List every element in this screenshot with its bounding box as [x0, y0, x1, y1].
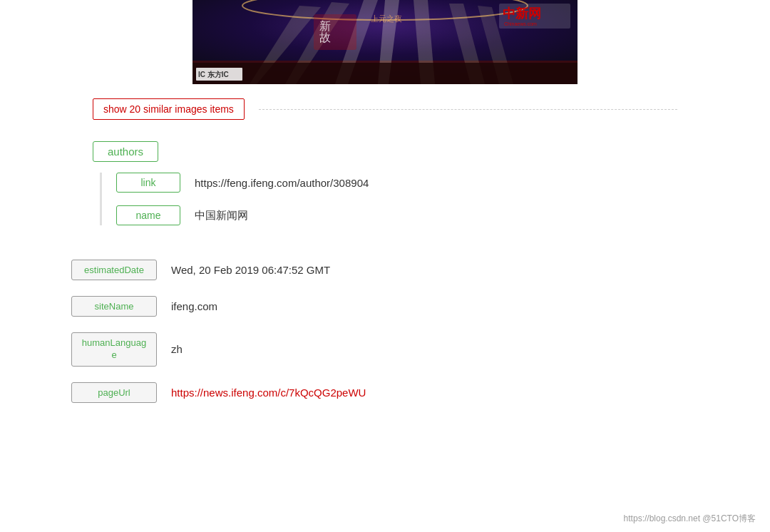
news-image: 新 故 上元之夜 中新网 Chinaews.com IC 东方IC — [192, 0, 578, 84]
footer-text: https://blog.csdn.net @51CTO博客 — [624, 513, 756, 523]
human-language-value: zh — [171, 343, 183, 355]
author-block: link https://feng.ifeng.com/author/30890… — [100, 173, 677, 225]
human-language-row: humanLanguag e zh — [71, 332, 699, 367]
site-name-row: siteName ifeng.com — [71, 296, 699, 317]
svg-text:中新网: 中新网 — [503, 6, 541, 21]
page-url-value[interactable]: https://news.ifeng.com/c/7kQcQG2peWU — [171, 387, 366, 399]
estimated-date-value: Wed, 20 Feb 2019 06:47:52 GMT — [171, 264, 330, 276]
name-label: name — [116, 205, 180, 225]
link-label: link — [116, 173, 180, 193]
page-url-row: pageUrl https://news.ifeng.com/c/7kQcQG2… — [71, 382, 699, 403]
name-value: 中国新闻网 — [195, 209, 248, 222]
svg-text:Chinaews.com: Chinaews.com — [504, 21, 537, 26]
similar-button-row: show 20 similar images items — [0, 84, 770, 134]
separator-line — [259, 109, 677, 110]
svg-rect-10 — [192, 63, 578, 84]
footer: https://blog.csdn.net @51CTO博客 — [624, 513, 756, 525]
site-name-label: siteName — [71, 296, 157, 317]
authors-header: authors — [93, 141, 158, 162]
link-value: https://feng.ifeng.com/author/308904 — [195, 177, 369, 189]
human-language-label: humanLanguag e — [71, 332, 157, 367]
stage-svg: 新 故 上元之夜 中新网 Chinaews.com IC 东方IC — [192, 0, 578, 84]
authors-section: authors link https://feng.ifeng.com/auth… — [0, 134, 770, 245]
svg-text:故: 故 — [319, 31, 331, 44]
metadata-section: estimatedDate Wed, 20 Feb 2019 06:47:52 … — [0, 252, 770, 426]
estimated-date-label: estimatedDate — [71, 260, 157, 280]
svg-text:新: 新 — [319, 20, 331, 32]
svg-text:上元之夜: 上元之夜 — [371, 14, 402, 23]
image-container: 新 故 上元之夜 中新网 Chinaews.com IC 东方IC — [0, 0, 770, 84]
page-url-label: pageUrl — [71, 382, 157, 403]
estimated-date-row: estimatedDate Wed, 20 Feb 2019 06:47:52 … — [71, 260, 699, 280]
svg-text:IC 东方IC: IC 东方IC — [198, 71, 229, 78]
author-link-row: link https://feng.ifeng.com/author/30890… — [116, 173, 677, 193]
site-name-value: ifeng.com — [171, 300, 217, 312]
page-wrapper: 新 故 上元之夜 中新网 Chinaews.com IC 东方IC show 2… — [0, 0, 770, 426]
show-similar-button[interactable]: show 20 similar images items — [93, 98, 245, 120]
author-name-row: name 中国新闻网 — [116, 205, 677, 225]
